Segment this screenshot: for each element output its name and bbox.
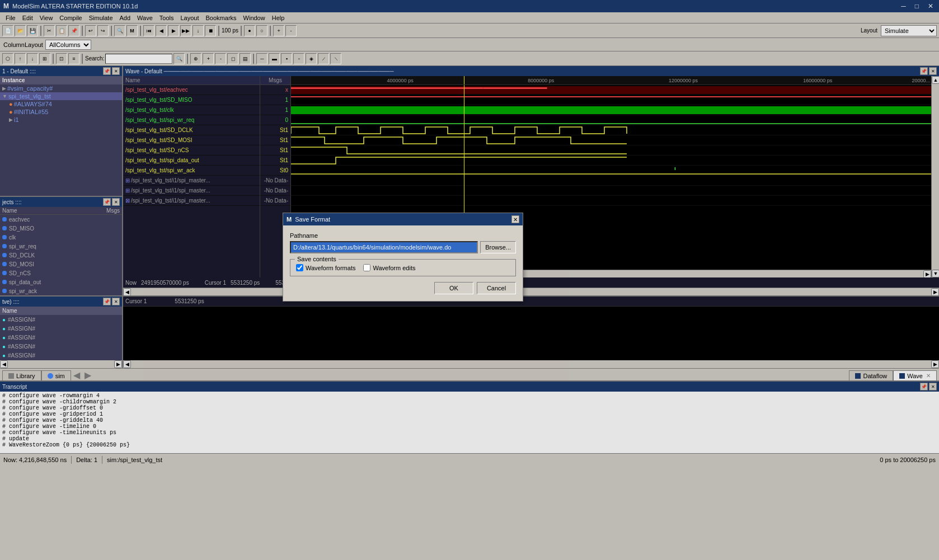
dialog-overlay: M Save Format ✕ Pathname Browse... Save … — [0, 0, 939, 560]
pathname-label: Pathname — [290, 232, 516, 239]
ok-btn[interactable]: OK — [434, 282, 473, 294]
waveform-formats-checkbox[interactable] — [296, 264, 303, 271]
waveform-formats-label: Waveform formats — [306, 265, 355, 271]
save-contents-label: Save contents — [295, 256, 339, 262]
dialog-body: Pathname Browse... Save contents Wavefor… — [283, 225, 523, 301]
dialog-close-btn[interactable]: ✕ — [511, 215, 519, 223]
waveform-edits-item: Waveform edits — [363, 264, 415, 271]
pathname-input[interactable] — [290, 241, 478, 253]
checkbox-row: Waveform formats Waveform edits — [296, 264, 510, 271]
browse-btn[interactable]: Browse... — [480, 241, 516, 253]
cancel-btn[interactable]: Cancel — [477, 282, 516, 294]
dialog-app-icon: M — [287, 216, 292, 223]
pathname-input-row: Browse... — [290, 241, 516, 253]
dialog-title: Save Format — [295, 216, 330, 223]
waveform-edits-checkbox[interactable] — [363, 264, 370, 271]
waveform-edits-label: Waveform edits — [373, 265, 415, 271]
dialog-title-bar: M Save Format ✕ — [283, 213, 523, 225]
dialog-title-left: M Save Format — [287, 216, 330, 223]
dialog-buttons: OK Cancel — [290, 282, 516, 294]
pathname-section: Pathname Browse... — [290, 232, 516, 253]
save-format-dialog: M Save Format ✕ Pathname Browse... Save … — [283, 213, 523, 302]
waveform-formats-item: Waveform formats — [296, 264, 355, 271]
save-contents-group: Save contents Waveform formats Waveform … — [290, 259, 516, 276]
